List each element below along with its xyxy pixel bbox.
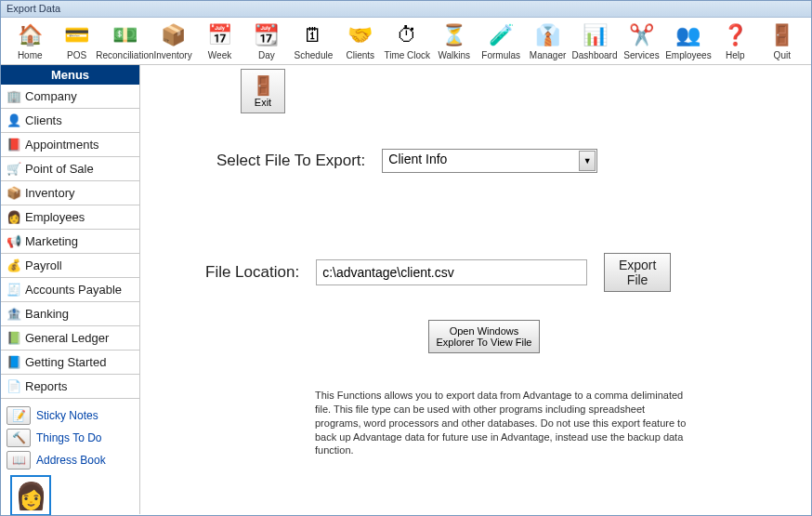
sidebar-item-label: Company (25, 89, 77, 103)
sidebar-item-employees[interactable]: 👩Employees (1, 205, 139, 230)
sidebar-item-inventory[interactable]: 📦Inventory (1, 181, 139, 205)
sidebar-item-label: Getting Started (25, 355, 106, 369)
toolbar-label: Home (18, 50, 43, 60)
inventory-icon: 📦 (159, 21, 187, 49)
manager-icon: 👔 (534, 21, 562, 49)
file-location-input[interactable] (316, 259, 587, 285)
week-icon: 📅 (206, 21, 234, 49)
toolbar-label: Week (208, 50, 231, 60)
file-location-label: File Location: (205, 263, 299, 282)
employees-icon: 👩 (7, 210, 23, 224)
toolbar-schedule[interactable]: 🗓Schedule (290, 20, 336, 62)
toolbar-label: Schedule (295, 50, 334, 60)
day-icon: 📆 (253, 21, 281, 49)
pos-icon: 💳 (63, 21, 91, 49)
point-of-sale-icon: 🛒 (7, 162, 23, 176)
toolbar-label: Dashboard (572, 50, 618, 60)
sidebar-item-general-ledger[interactable]: 📗General Ledger (1, 326, 139, 351)
reconciliation-icon: 💵 (111, 21, 138, 49)
toolbar-formulas[interactable]: 🧪Formulas (478, 20, 524, 62)
toolbar-label: Reconciliation (96, 50, 153, 60)
toolbar-clients[interactable]: 🤝Clients (337, 20, 384, 62)
chevron-down-icon[interactable]: ▼ (579, 151, 596, 171)
exit-button[interactable]: 🚪 Exit (241, 69, 285, 113)
sidebar-item-clients[interactable]: 👤Clients (1, 109, 139, 133)
sidebar-item-label: Clients (25, 113, 62, 127)
sidebar-item-company[interactable]: 🏢Company (1, 85, 139, 109)
walkins-icon: ⏳ (440, 21, 468, 49)
toolbar-inventory[interactable]: 📦Inventory (150, 20, 196, 62)
toolbar-day[interactable]: 📆Day (243, 20, 290, 62)
sidebar-item-marketing[interactable]: 📢Marketing (1, 230, 139, 254)
toolbar-week[interactable]: 📅Week (196, 20, 242, 62)
shortcut-address-book[interactable]: 📖Address Book (1, 449, 139, 471)
sidebar-item-label: Appointments (25, 138, 99, 152)
toolbar-help[interactable]: ❓Help (712, 20, 758, 62)
file-type-value: Client Info (382, 149, 597, 173)
export-file-button[interactable]: Export File (604, 253, 671, 292)
toolbar-label: Clients (347, 50, 375, 60)
toolbar-time-clock[interactable]: ⏱Time Clock (384, 20, 430, 62)
toolbar-services[interactable]: ✂️Services (618, 20, 664, 62)
inventory-icon: 📦 (7, 186, 23, 200)
dashboard-icon: 📊 (581, 21, 609, 49)
toolbar-label: POS (67, 50, 86, 60)
shortcut-sticky-notes[interactable]: 📝Sticky Notes (1, 404, 139, 427)
sidebar-item-payroll[interactable]: 💰Payroll (1, 254, 139, 278)
toolbar-label: Manager (530, 50, 566, 60)
things-to-do-icon: 🔨 (7, 429, 31, 447)
sidebar-item-accounts-payable[interactable]: 🧾Accounts Payable (1, 278, 139, 302)
sidebar-item-appointments[interactable]: 📕Appointments (1, 133, 139, 157)
general-ledger-icon: 📗 (7, 331, 23, 345)
toolbar-quit[interactable]: 🚪Quit (759, 20, 805, 62)
sidebar-item-getting-started[interactable]: 📘Getting Started (1, 351, 139, 375)
marketing-icon: 📢 (7, 234, 23, 248)
main-toolbar: 🏠Home💳POS💵Reconciliation📦Inventory📅Week📆… (1, 18, 811, 65)
employees-icon: 👥 (674, 21, 702, 49)
address-book-icon: 📖 (7, 451, 31, 470)
toolbar-label: Inventory (154, 50, 192, 60)
open-explorer-button[interactable]: Open Windows Explorer To View File (428, 320, 540, 353)
getting-started-icon: 📘 (7, 355, 23, 369)
toolbar-reconciliation[interactable]: 💵Reconciliation (100, 20, 150, 62)
shortcut-things-to-do[interactable]: 🔨Things To Do (1, 427, 139, 449)
sidebar-item-label: Employees (25, 210, 85, 224)
toolbar-manager[interactable]: 👔Manager (524, 20, 570, 62)
sidebar-item-label: Inventory (25, 186, 74, 200)
company-icon: 🏢 (7, 89, 23, 103)
toolbar-employees[interactable]: 👥Employees (665, 20, 712, 62)
accounts-payable-icon: 🧾 (7, 283, 23, 297)
toolbar-home[interactable]: 🏠Home (7, 20, 53, 62)
avatar[interactable]: 👩 (10, 475, 51, 516)
sidebar-item-point-of-sale[interactable]: 🛒Point of Sale (1, 157, 139, 181)
exit-label: Exit (255, 97, 271, 108)
schedule-icon: 🗓 (299, 21, 327, 49)
banking-icon: 🏦 (7, 307, 23, 321)
shortcut-label: Address Book (36, 454, 106, 467)
sidebar: Menus 🏢Company👤Clients📕Appointments🛒Poin… (1, 65, 140, 514)
quit-icon: 🚪 (768, 21, 796, 49)
sidebar-item-label: Marketing (25, 234, 78, 248)
toolbar-dashboard[interactable]: 📊Dashboard (571, 20, 618, 62)
shortcut-label: Sticky Notes (36, 409, 98, 422)
home-icon: 🏠 (16, 21, 44, 49)
toolbar-label: Time Clock (384, 50, 430, 60)
toolbar-label: Employees (665, 50, 711, 60)
sidebar-item-banking[interactable]: 🏦Banking (1, 302, 139, 326)
reports-icon: 📄 (7, 379, 23, 393)
toolbar-label: Day (258, 50, 275, 60)
sidebar-item-reports[interactable]: 📄Reports (1, 375, 139, 399)
file-type-select[interactable]: Client Info ▼ (382, 149, 597, 173)
sidebar-item-label: Banking (25, 307, 69, 321)
toolbar-pos[interactable]: 💳POS (53, 20, 99, 62)
info-text: This Functions allows you to export data… (315, 389, 687, 457)
shortcut-label: Things To Do (36, 431, 101, 444)
toolbar-walkins[interactable]: ⏳Walkins (431, 20, 478, 62)
services-icon: ✂️ (627, 21, 655, 49)
window-title: Export Data (1, 1, 811, 18)
sticky-notes-icon: 📝 (7, 406, 31, 425)
clients-icon: 👤 (7, 113, 23, 127)
content-area: 🚪 Exit Select File To Export: Client Inf… (140, 65, 811, 514)
sidebar-item-label: Point of Sale (25, 162, 94, 176)
sidebar-item-label: Accounts Payable (25, 283, 122, 297)
